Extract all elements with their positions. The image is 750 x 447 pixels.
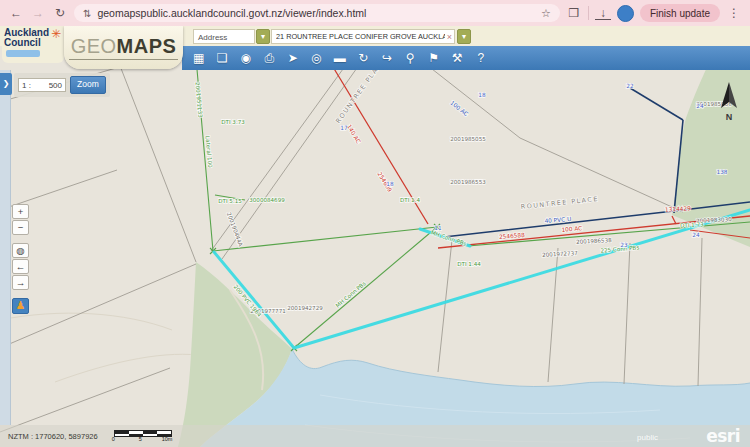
house-number: 23 xyxy=(620,242,628,248)
visibility-icon[interactable]: ◉ xyxy=(235,46,257,70)
geomaps-banner: GEOMAPS xyxy=(64,26,183,69)
esri-logo: esri xyxy=(706,426,740,446)
scalebar-tick-0: 0 xyxy=(112,436,115,442)
parcel-id: 2001942729 xyxy=(287,305,323,311)
house-number: 18 xyxy=(386,181,394,187)
sidebar-expander-button[interactable]: ❯ xyxy=(0,73,12,95)
scale-prefix: 1 : xyxy=(22,81,31,90)
tab-groups-icon[interactable]: ❒ xyxy=(566,7,582,19)
curved-arrow-icon[interactable]: ↪ xyxy=(376,46,398,70)
bookmark-icon[interactable]: ⚑ xyxy=(423,46,445,70)
house-number: 24 xyxy=(692,232,700,238)
next-extent-button[interactable]: → xyxy=(12,275,29,290)
council-name-line2: Council xyxy=(4,38,49,48)
basemap-gallery-icon[interactable]: ▦ xyxy=(188,46,210,70)
browser-reload-icon[interactable]: ↻ xyxy=(52,7,68,19)
utility-label: DTI 1.44 xyxy=(457,261,481,267)
location-pin-icon[interactable]: ⚲ xyxy=(400,46,422,70)
layers-icon[interactable]: ❏ xyxy=(212,46,234,70)
clear-search-icon[interactable]: × xyxy=(445,32,452,42)
utility-label: DTI 1.73 xyxy=(680,221,704,228)
history-icon[interactable]: ↻ xyxy=(353,46,375,70)
zoom-out-button[interactable]: − xyxy=(12,220,29,235)
select-pointer-icon[interactable]: ➤ xyxy=(282,46,304,70)
divider xyxy=(588,6,589,20)
scale-panel: 1 : 500 Zoom xyxy=(14,73,110,97)
finish-update-button[interactable]: Finish update xyxy=(640,4,720,22)
site-settings-icon[interactable]: ⇅ xyxy=(83,8,91,19)
downloads-icon[interactable]: ↓ xyxy=(595,7,611,20)
council-logo-bar xyxy=(6,50,40,57)
scalebar-tick-5: 5 xyxy=(139,436,142,442)
geomaps-app: ROUNTREE PLACEROUNTREE PLACE200198505520… xyxy=(0,0,750,447)
parcel-id: 2001985055 xyxy=(450,136,486,142)
collapsed-sidebar-strip[interactable] xyxy=(0,70,11,425)
street-view-button[interactable]: ♟ xyxy=(12,298,29,314)
identify-icon[interactable]: ◎ xyxy=(306,46,328,70)
search-category-select[interactable]: Address xyxy=(193,29,255,44)
zoom-in-button[interactable]: + xyxy=(12,204,29,219)
map-scale-bar: 0 5 10m xyxy=(112,429,174,443)
auckland-council-logo: Auckland Council ✳ xyxy=(2,27,64,63)
geomaps-wordmark: GEOMAPS xyxy=(69,35,179,60)
bookmark-star-icon[interactable]: ☆ xyxy=(541,7,551,20)
browser-toolbar: ← → ↻ ⇅ geomapspublic.aucklandcouncil.go… xyxy=(0,0,750,26)
print-icon[interactable]: ⎙ xyxy=(259,46,281,70)
public-watermark: public xyxy=(637,433,658,442)
previous-extent-button[interactable]: ← xyxy=(12,259,29,274)
address-bar[interactable]: ⇅ geomapspublic.aucklandcouncil.govt.nz/… xyxy=(74,4,560,22)
house-number: 24 xyxy=(696,103,704,109)
house-number: 18 xyxy=(478,92,486,98)
house-number: 22 xyxy=(626,83,634,89)
browser-back-icon[interactable]: ← xyxy=(8,7,24,19)
house-number: 17 xyxy=(340,125,348,131)
browser-forward-icon[interactable]: → xyxy=(30,7,46,19)
utility-label: 3000084699 xyxy=(249,197,285,203)
search-input[interactable]: 21 ROUNTREE PLACE CONIFER GROVE AUCKLAND… xyxy=(271,29,455,44)
house-number: 138 xyxy=(716,169,727,175)
coordinate-readout: NZTM : 1770620, 5897926 xyxy=(8,432,98,441)
help-icon[interactable]: ? xyxy=(470,46,492,70)
scale-zoom-button[interactable]: Zoom xyxy=(70,76,106,94)
scale-value: 500 xyxy=(49,81,62,90)
tools-icon[interactable]: ⚒ xyxy=(447,46,469,70)
utility-label: DTI 3.73 xyxy=(221,119,245,125)
pohutukawa-flower-icon: ✳ xyxy=(51,28,61,40)
search-go-button[interactable]: ▾ xyxy=(457,29,471,44)
map-toolbar: ▦❏◉⎙➤◎▬↻↪⚲⚑⚒? xyxy=(182,46,750,70)
geomaps-maps: MAPS xyxy=(117,35,177,57)
scalebar-tick-10: 10m xyxy=(162,436,173,442)
url-text[interactable]: geomapspublic.aucklandcouncil.govt.nz/vi… xyxy=(97,7,535,19)
measure-icon[interactable]: ▬ xyxy=(329,46,351,70)
utility-label: DTI 1.4 xyxy=(400,197,420,203)
full-extent-button[interactable]: ◍ xyxy=(12,243,29,258)
north-arrow: N xyxy=(716,80,742,122)
category-dropdown-button[interactable]: ▾ xyxy=(256,29,270,44)
north-label: N xyxy=(716,112,742,122)
parcel-id: 2001986553 xyxy=(450,179,486,185)
scale-input[interactable]: 1 : 500 xyxy=(18,78,66,92)
geomaps-geo: GEO xyxy=(71,35,117,57)
search-query-text[interactable]: 21 ROUNTREE PLACE CONIFER GROVE AUCKLAND… xyxy=(276,32,445,41)
utility-label: DTI 5.15 xyxy=(218,198,242,204)
house-number: 11 xyxy=(434,225,442,231)
browser-menu-icon[interactable]: ⋮ xyxy=(726,7,742,19)
map-navigation-controls: +−◍←→♟ xyxy=(12,204,29,315)
profile-avatar[interactable] xyxy=(617,5,634,22)
